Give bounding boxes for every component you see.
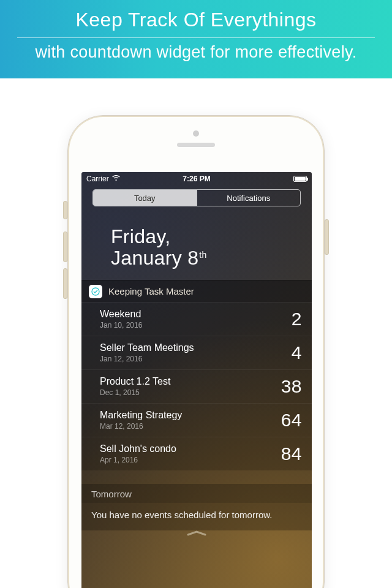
row-date: Dec 1, 2015	[100, 388, 170, 397]
countdown-row[interactable]: Product 1.2 Test Dec 1, 2015 38	[81, 369, 312, 403]
phone-volume-up	[63, 232, 67, 262]
phone-speaker	[177, 143, 215, 147]
tomorrow-header: Tomorrow	[81, 484, 312, 503]
countdown-row[interactable]: Seller Team Meetings Jan 12, 2016 4	[81, 336, 312, 369]
tomorrow-body: You have no events scheduled for tomorro…	[81, 503, 312, 530]
row-title: Seller Team Meetings	[100, 342, 194, 353]
phone-volume-down	[63, 268, 67, 299]
phone-power-button	[325, 219, 329, 255]
date-month-day: January 8th	[111, 247, 304, 269]
widget-title: Keeping Task Master	[108, 286, 194, 296]
phone-frame: Carrier 7:26 PM Today Notifications Frid…	[67, 115, 325, 588]
promo-divider	[17, 37, 375, 38]
phone-mute-switch	[63, 201, 67, 219]
row-title: Marketing Strategy	[100, 410, 182, 421]
promo-title: Keep Track Of Everythings	[0, 9, 392, 31]
row-title: Sell John's condo	[100, 443, 176, 454]
widget-spacer	[81, 470, 312, 484]
row-count: 38	[281, 376, 302, 397]
row-date: Jan 12, 2016	[100, 355, 194, 363]
row-date: Jan 10, 2016	[100, 321, 142, 330]
wifi-icon	[112, 175, 120, 183]
screen: Carrier 7:26 PM Today Notifications Frid…	[81, 172, 312, 588]
date-ordinal: th	[199, 250, 206, 260]
stage: Carrier 7:26 PM Today Notifications Frid…	[0, 78, 392, 588]
widget-header[interactable]: Keeping Task Master	[81, 280, 312, 302]
promo-banner: Keep Track Of Everythings with countdown…	[0, 0, 392, 78]
row-count: 84	[281, 443, 302, 464]
tab-today[interactable]: Today	[93, 190, 197, 206]
row-date: Apr 1, 2016	[100, 456, 176, 464]
row-count: 64	[281, 410, 302, 431]
grabber-handle[interactable]	[81, 530, 312, 541]
countdown-row[interactable]: Weekend Jan 10, 2016 2	[81, 302, 312, 336]
row-count: 4	[292, 342, 302, 363]
status-time: 7:26 PM	[183, 175, 210, 183]
row-date: Mar 12, 2016	[100, 422, 182, 431]
row-title: Weekend	[100, 309, 142, 320]
segmented-control[interactable]: Today Notifications	[92, 189, 301, 206]
row-count: 2	[292, 309, 302, 330]
countdown-row[interactable]: Sell John's condo Apr 1, 2016 84	[81, 437, 312, 470]
app-icon	[89, 285, 102, 298]
phone-camera	[193, 130, 199, 137]
battery-icon	[293, 176, 307, 182]
countdown-row[interactable]: Marketing Strategy Mar 12, 2016 64	[81, 403, 312, 437]
status-bar: Carrier 7:26 PM	[81, 172, 312, 184]
date-header: Friday, January 8th	[81, 211, 312, 280]
date-weekday: Friday,	[111, 226, 304, 247]
carrier-label: Carrier	[86, 175, 109, 183]
promo-subtitle: with countdown widget for more effective…	[0, 43, 392, 62]
row-title: Product 1.2 Test	[100, 376, 170, 387]
tab-notifications[interactable]: Notifications	[197, 190, 301, 206]
